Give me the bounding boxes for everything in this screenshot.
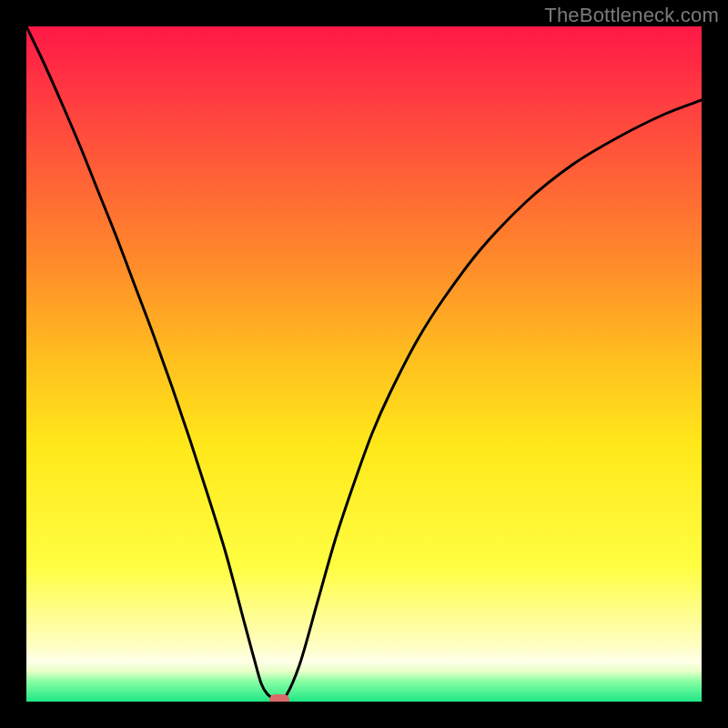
bottleneck-curve xyxy=(26,26,702,702)
bottleneck-marker xyxy=(269,694,289,702)
outer-frame: TheBottleneck.com xyxy=(0,0,728,728)
bottleneck-curve-path xyxy=(26,26,702,702)
watermark-text: TheBottleneck.com xyxy=(544,4,719,27)
plot-area xyxy=(26,26,702,702)
